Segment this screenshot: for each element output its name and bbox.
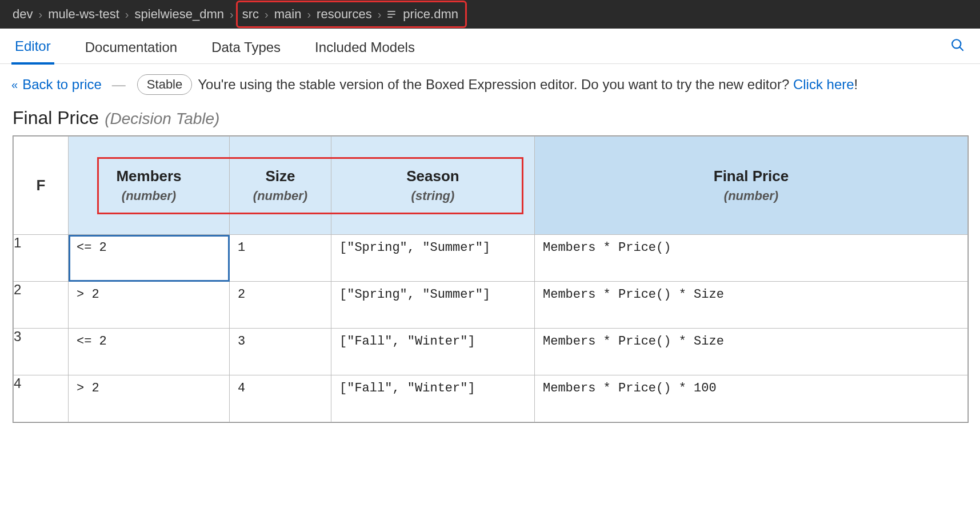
column-type: (number) (69, 189, 229, 203)
page-title-row: Final Price (Decision Table) (0, 97, 980, 135)
cell-output[interactable]: Members * Price() * 100 (535, 375, 968, 422)
tab-included-models[interactable]: Included Models (311, 29, 418, 63)
breadcrumb-file[interactable]: price.dmn (403, 7, 458, 22)
chevron-right-icon: › (307, 8, 311, 21)
cell-output[interactable]: Members * Price() * Size (535, 329, 968, 375)
row-number[interactable]: 1 (14, 235, 69, 282)
decision-table: F Members (number) Size (number) Season … (13, 136, 968, 422)
table-row: 3 <= 2 3 ["Fall", "Winter"] Members * Pr… (14, 329, 968, 375)
breadcrumb-segment[interactable]: src (242, 7, 259, 22)
breadcrumb-segment[interactable]: resources (317, 7, 372, 22)
back-arrows-icon[interactable]: « (11, 78, 18, 91)
table-row: 4 > 2 4 ["Fall", "Winter"] Members * Pri… (14, 375, 968, 422)
cell-season[interactable]: ["Fall", "Winter"] (331, 329, 535, 375)
chevron-right-icon: › (125, 8, 129, 21)
svg-line-4 (959, 47, 963, 51)
cell-members[interactable]: > 2 (69, 375, 230, 422)
breadcrumb-segment[interactable]: dev (13, 7, 33, 22)
cell-size[interactable]: 4 (230, 375, 331, 422)
subheader-text: You're using the stable version of the B… (198, 77, 793, 92)
column-type: (number) (230, 189, 331, 203)
breadcrumb-segment[interactable]: spielwiese_dmn (135, 7, 225, 22)
input-column-header-members[interactable]: Members (number) (69, 137, 230, 235)
cell-output[interactable]: Members * Price() * Size (535, 282, 968, 329)
row-number[interactable]: 4 (14, 375, 69, 422)
chevron-right-icon: › (230, 8, 234, 21)
input-column-header-season[interactable]: Season (string) (331, 137, 535, 235)
column-type: (string) (331, 189, 534, 203)
hit-policy-cell[interactable]: F (14, 137, 69, 235)
cell-members[interactable]: <= 2 (69, 329, 230, 375)
search-icon[interactable] (950, 38, 965, 55)
page-title: Final Price (13, 107, 99, 129)
output-column-header[interactable]: Final Price (number) (535, 137, 968, 235)
table-row: 1 <= 2 1 ["Spring", "Summer"] Members * … (14, 235, 968, 282)
click-here-link[interactable]: Click here (793, 77, 854, 92)
decision-table-container: F Members (number) Size (number) Season … (13, 135, 969, 423)
cell-size[interactable]: 3 (230, 329, 331, 375)
breadcrumb-highlight-box: src › main › resources › price.dmn (236, 1, 467, 28)
cell-members[interactable]: > 2 (69, 282, 230, 329)
breadcrumb-segment[interactable]: main (274, 7, 302, 22)
column-name: Final Price (535, 167, 967, 185)
chevron-right-icon: › (378, 8, 382, 21)
tab-bar: Editor Documentation Data Types Included… (0, 29, 980, 64)
subheader: « Back to price — Stable You're using th… (0, 64, 980, 97)
cell-season[interactable]: ["Spring", "Summer"] (331, 282, 535, 329)
cell-size[interactable]: 2 (230, 282, 331, 329)
page-subtitle: (Decision Table) (105, 110, 219, 128)
cell-season[interactable]: ["Fall", "Winter"] (331, 375, 535, 422)
back-link[interactable]: Back to price (22, 77, 102, 93)
column-name: Members (69, 167, 229, 185)
separator-icon: — (112, 77, 127, 93)
table-row: 2 > 2 2 ["Spring", "Summer"] Members * P… (14, 282, 968, 329)
file-icon (386, 9, 397, 20)
column-type: (number) (535, 189, 967, 203)
tab-documentation[interactable]: Documentation (82, 29, 181, 63)
chevron-right-icon: › (265, 8, 269, 21)
cell-members[interactable]: <= 2 (69, 235, 230, 282)
subheader-tail: ! (854, 77, 858, 92)
hit-policy-label: F (37, 177, 46, 194)
chevron-right-icon: › (38, 8, 42, 21)
input-column-header-size[interactable]: Size (number) (230, 137, 331, 235)
breadcrumb-segment[interactable]: mule-ws-test (48, 7, 119, 22)
stable-badge[interactable]: Stable (137, 74, 192, 95)
cell-size[interactable]: 1 (230, 235, 331, 282)
column-name: Size (230, 167, 331, 185)
row-number[interactable]: 2 (14, 282, 69, 329)
tab-data-types[interactable]: Data Types (208, 29, 284, 63)
cell-season[interactable]: ["Spring", "Summer"] (331, 235, 535, 282)
cell-output[interactable]: Members * Price() (535, 235, 968, 282)
row-number[interactable]: 3 (14, 329, 69, 375)
subheader-message: You're using the stable version of the B… (198, 77, 858, 93)
column-name: Season (331, 167, 534, 185)
tab-editor[interactable]: Editor (11, 28, 54, 65)
svg-point-3 (952, 39, 961, 48)
breadcrumb: dev › mule-ws-test › spielwiese_dmn › sr… (0, 0, 980, 29)
